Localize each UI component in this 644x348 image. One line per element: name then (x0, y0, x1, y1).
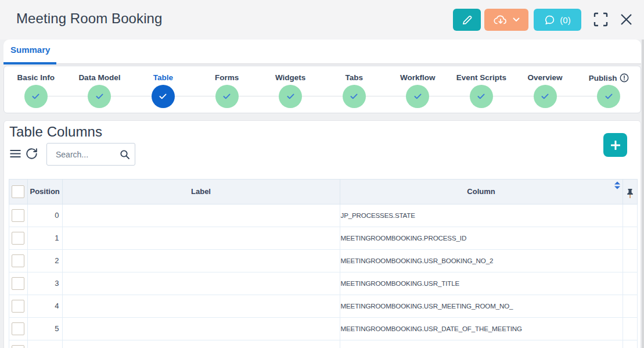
chat-bubble-icon (544, 15, 555, 26)
cell-label (62, 227, 340, 249)
pencil-icon (462, 15, 473, 26)
step-label: Workflow (400, 73, 436, 82)
stepper-step-publish[interactable]: Publish (577, 66, 641, 113)
wizard-stepper: Basic Info Data Model (3, 66, 641, 113)
cell-pin (623, 272, 637, 295)
step-status-circle (88, 85, 111, 108)
search-box (46, 143, 135, 166)
cell-column: MEETINGROOMBOOKING.USR_DATE_OF_THE_MEETI… (340, 317, 623, 340)
table-row[interactable]: 1 MEETINGROOMBOOKING.PROCESS_ID (9, 227, 637, 249)
comments-count: (0) (560, 15, 570, 25)
close-icon[interactable] (619, 12, 634, 27)
tab-summary[interactable]: Summary (3, 40, 57, 64)
cell-position: 1 (27, 227, 62, 249)
table-header-row: Position Label Column (9, 179, 637, 204)
step-status-circle (215, 85, 239, 108)
row-checkbox[interactable] (12, 300, 24, 313)
cell-pin (623, 249, 637, 272)
cell-label (62, 295, 340, 317)
stepper-step-forms[interactable]: Forms (195, 66, 259, 113)
cell-column: MEETINGROOMBOOKING.USR_TITLE (340, 272, 623, 295)
export-dropdown-button[interactable] (484, 9, 528, 31)
column-header-column[interactable]: Column (340, 179, 623, 204)
step-status-circle (406, 85, 429, 108)
page-title: Meeting Room Booking (16, 10, 162, 27)
step-status-circle (343, 85, 366, 108)
cell-pin (623, 340, 637, 348)
cell-position: 5 (27, 317, 62, 340)
column-header-pin[interactable] (623, 179, 637, 204)
cell-column: JP_PROCESSES.STATE (340, 204, 623, 227)
cell-column: MEETINGROOMBOOKING.USR_BOOKING_NO_2 (340, 249, 623, 272)
cell-label (62, 272, 340, 295)
edit-button[interactable] (453, 9, 481, 31)
cell-position: 3 (27, 272, 62, 295)
row-checkbox[interactable] (12, 345, 24, 348)
columns-table: Position Label Column (9, 179, 638, 348)
add-column-button[interactable] (603, 133, 627, 157)
stepper-step-widgets[interactable]: Widgets (258, 66, 322, 113)
stepper-step-workflow[interactable]: Workflow (386, 66, 450, 113)
row-checkbox[interactable] (12, 254, 24, 267)
active-tab-underline (3, 62, 56, 64)
step-status-circle (534, 85, 557, 108)
table-row[interactable]: 4 MEETINGROOMBOOKING.USR_MEETING_ROOM_NO… (9, 295, 637, 317)
cell-column (340, 340, 623, 348)
step-label: Tabs (346, 73, 364, 82)
cell-label (62, 317, 340, 340)
step-status-circle (470, 85, 493, 108)
chevron-down-icon (513, 17, 520, 22)
stepper-step-overview[interactable]: Overview (513, 66, 577, 113)
cell-pin (623, 227, 637, 249)
cell-label (62, 340, 340, 348)
cell-column: MEETINGROOMBOOKING.PROCESS_ID (340, 227, 623, 249)
cell-position: 0 (27, 204, 62, 227)
stepper-step-event-scripts[interactable]: Event Scripts (449, 66, 513, 113)
tab-strip: Summary (3, 40, 641, 64)
section-title: Table Columns (9, 124, 102, 140)
cell-position (27, 340, 62, 348)
row-checkbox[interactable] (12, 277, 24, 290)
cell-pin (623, 317, 637, 340)
cell-label (62, 249, 340, 272)
cell-pin (623, 295, 637, 317)
step-label: Publish (589, 74, 617, 82)
row-checkbox[interactable] (12, 209, 24, 222)
app-header: Meeting Room Booking (0) (0, 0, 644, 40)
stepper-step-tabs[interactable]: Tabs (322, 66, 386, 113)
table-row[interactable]: 5 MEETINGROOMBOOKING.USR_DATE_OF_THE_MEE… (9, 317, 637, 340)
step-status-circle (24, 85, 48, 108)
row-checkbox[interactable] (12, 232, 24, 245)
step-status-circle (152, 85, 175, 108)
step-status-circle (279, 85, 302, 108)
table-row[interactable]: 3 MEETINGROOMBOOKING.USR_TITLE (9, 272, 637, 295)
cell-position: 4 (27, 295, 62, 317)
column-header-label[interactable]: Label (62, 179, 340, 204)
step-status-circle (597, 85, 620, 108)
cell-position: 2 (27, 249, 62, 272)
table-columns-card: Table Columns (3, 120, 641, 348)
pin-icon[interactable] (626, 188, 634, 199)
step-label: Overview (528, 73, 563, 82)
stepper-step-basic-info[interactable]: Basic Info (4, 66, 68, 113)
comments-button[interactable]: (0) (534, 9, 581, 31)
table-row[interactable]: 2 MEETINGROOMBOOKING.USR_BOOKING_NO_2 (9, 249, 637, 272)
row-checkbox[interactable] (12, 322, 24, 335)
fullscreen-icon[interactable] (593, 12, 608, 27)
stepper-step-data-model[interactable]: Data Model (68, 66, 132, 113)
step-label: Widgets (275, 73, 305, 82)
sort-icon[interactable] (614, 181, 621, 189)
warning-icon (620, 73, 629, 82)
vertical-scrollbar[interactable] (642, 40, 644, 348)
cell-label (62, 204, 340, 227)
refresh-icon[interactable] (26, 148, 38, 160)
cell-pin (623, 204, 637, 227)
tab-summary-label: Summary (10, 45, 50, 55)
stepper-step-table[interactable]: Table (131, 66, 195, 113)
select-all-checkbox[interactable] (12, 185, 24, 198)
search-icon[interactable] (120, 149, 130, 160)
table-row[interactable]: 0 JP_PROCESSES.STATE (9, 204, 637, 227)
column-header-position[interactable]: Position (27, 179, 62, 204)
menu-icon[interactable] (10, 149, 21, 158)
table-row[interactable] (9, 340, 637, 348)
